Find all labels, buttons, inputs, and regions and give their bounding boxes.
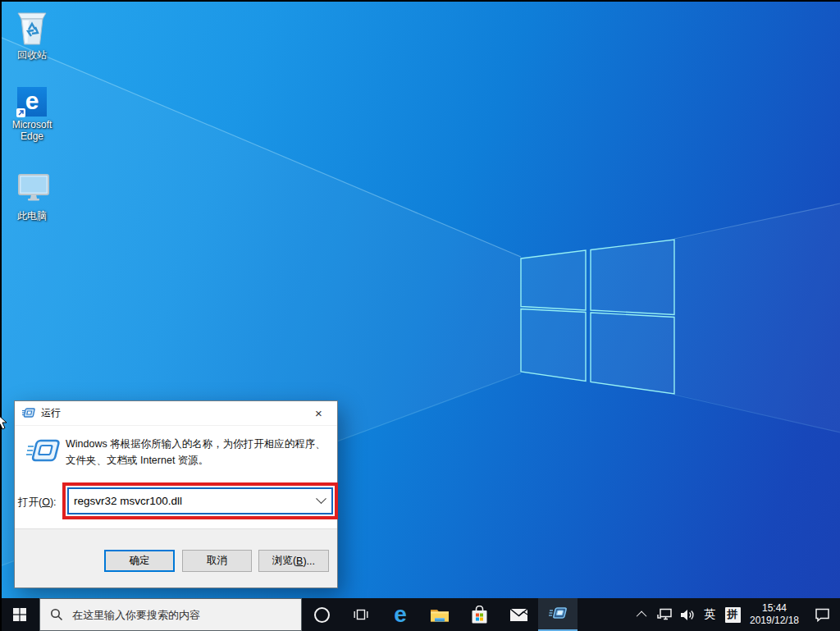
dialog-title: 运行 — [41, 406, 61, 420]
start-button[interactable] — [0, 598, 39, 631]
ime-mode-button[interactable]: 拼 — [720, 598, 745, 631]
desktop-icon-label: 回收站 — [17, 49, 47, 61]
task-view-icon — [354, 608, 368, 621]
screen-frame-left — [0, 0, 2, 631]
run-dialog: 运行 × Windows 将根据你所输入的名称，为你打开相应的程序、文件夹、文档… — [14, 400, 338, 588]
close-icon[interactable]: × — [300, 401, 337, 425]
recycle-bin-icon — [14, 7, 50, 47]
clock-date: 2019/12/18 — [745, 615, 804, 627]
mail-icon — [509, 608, 528, 622]
cancel-button[interactable]: 取消 — [182, 550, 252, 572]
combobox-dropdown-button[interactable] — [310, 489, 331, 513]
desktop-icon-recycle-bin[interactable]: 回收站 — [0, 7, 64, 61]
edge-tile-icon: e — [17, 87, 47, 117]
network-status-button[interactable] — [653, 598, 676, 631]
run-dialog-description: Windows 将根据你所输入的名称，为你打开相应的程序、文件夹、文档或 Int… — [66, 436, 331, 469]
run-command-combobox — [67, 487, 333, 514]
windows-start-icon — [13, 608, 26, 621]
shortcut-arrow-icon — [16, 108, 25, 117]
this-pc-icon — [12, 173, 52, 208]
run-app-icon — [549, 606, 568, 622]
clock-time: 15:44 — [745, 602, 804, 615]
desktop-icon-microsoft-edge[interactable]: e Microsoft Edge — [0, 87, 64, 142]
taskbar-run-app-button[interactable] — [538, 598, 578, 631]
cortana-button[interactable] — [302, 598, 341, 631]
edge-icon: e — [394, 603, 407, 626]
volume-button[interactable] — [676, 598, 699, 631]
taskbar-edge-button[interactable]: e — [381, 598, 420, 631]
run-program-icon — [26, 438, 62, 469]
volume-icon — [680, 609, 695, 621]
ime-language-label: 英 — [704, 607, 715, 622]
chevron-up-icon — [636, 610, 646, 621]
taskbar-search-box[interactable] — [39, 598, 302, 631]
microsoft-store-button[interactable] — [459, 598, 499, 631]
network-icon — [657, 608, 673, 621]
run-dialog-titlebar[interactable]: 运行 × — [15, 401, 337, 426]
desktop-icon-label: 此电脑 — [17, 210, 47, 222]
clock-button[interactable]: 15:44 2019/12/18 — [745, 598, 804, 631]
windows-logo-icon — [521, 240, 674, 394]
desktop-icon-label: Microsoft Edge — [1, 119, 63, 142]
file-explorer-button[interactable] — [420, 598, 459, 631]
taskbar: e — [0, 598, 840, 631]
file-explorer-icon — [430, 607, 450, 623]
ime-language-button[interactable]: 英 — [699, 598, 720, 631]
run-command-input[interactable] — [69, 495, 310, 507]
system-tray: 英 拼 15:44 2019/12/18 — [632, 598, 840, 631]
search-input[interactable] — [71, 608, 301, 622]
taskbar-empty-area — [578, 598, 632, 631]
chevron-down-icon — [316, 493, 326, 504]
store-icon — [471, 606, 488, 624]
action-center-button[interactable] — [804, 598, 840, 631]
mail-button[interactable] — [499, 598, 538, 631]
screen-frame-top — [0, 0, 840, 2]
action-center-icon — [815, 608, 830, 622]
task-view-button[interactable] — [341, 598, 381, 631]
ime-mode-icon: 拼 — [725, 607, 741, 623]
tray-show-hidden-icons-button[interactable] — [632, 598, 653, 631]
search-icon — [50, 608, 63, 621]
run-dialog-icon — [22, 408, 35, 418]
cortana-icon — [314, 607, 330, 623]
browse-button[interactable]: 浏览(B)... — [258, 550, 329, 572]
ok-button[interactable]: 确定 — [104, 550, 175, 572]
open-label: 打开(O): — [18, 496, 57, 510]
desktop-icon-this-pc[interactable]: 此电脑 — [0, 173, 64, 222]
